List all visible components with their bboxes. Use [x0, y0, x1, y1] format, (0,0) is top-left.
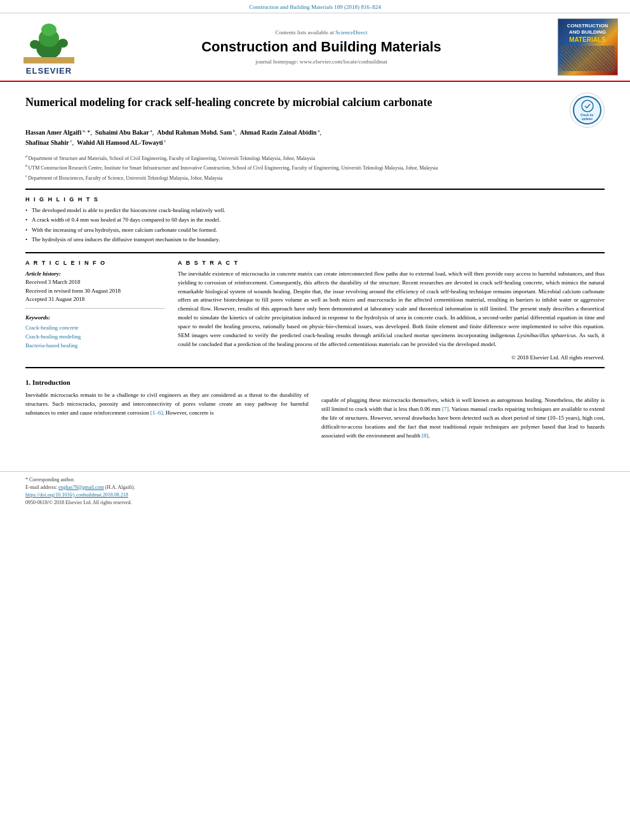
towayti-sup: c: [163, 138, 166, 143]
intro-right-text: capable of plugging these microcracks th…: [321, 396, 605, 441]
svg-point-5: [58, 39, 68, 48]
homepage-text: journal homepage: www.elsevier.com/locat…: [255, 58, 387, 65]
corresponding-note: * Corresponding author.: [25, 477, 605, 483]
shahir-sup: c: [69, 138, 72, 143]
journal-bar: Construction and Building Materials 189 …: [0, 0, 630, 13]
author-zainal: Ahmad Razin Zainal Abidin: [240, 129, 317, 136]
intro-cols: 1. Introduction Inevitable microcracks r…: [25, 378, 605, 446]
keywords-divider: [25, 308, 165, 309]
title-area: Numerical modeling for crack self-healin…: [25, 90, 605, 128]
email-note: E-mail address: enghas78@gmail.com (H.A.…: [25, 484, 605, 490]
elsevier-logo: ELSEVIER: [23, 19, 74, 76]
header-left: ELSEVIER: [8, 18, 90, 76]
keyword-3: Bacteria-based healing: [25, 341, 165, 350]
revised-date: Received in revised form 30 August 2018: [25, 287, 165, 296]
abstract-col: A B S T R A C T The inevitable existence…: [178, 260, 605, 361]
highlight-3: With the increasing of urea hydrolysis, …: [25, 226, 605, 235]
accepted-date: Accepted 31 August 2018: [25, 295, 165, 304]
journal-cover-image: Constructionand Building MATERIALS: [558, 18, 618, 76]
author-sam: Abdul Rahman Mohd. Sam: [157, 129, 232, 136]
abstract-text: The inevitable existence of microcracks …: [178, 270, 605, 349]
highlights-header: H I G H L I G H T S: [25, 196, 605, 203]
sciencedirect-line: Contents lists available at ScienceDirec…: [276, 29, 368, 36]
intro-number: 1.: [25, 378, 32, 386]
article-info-col: A R T I C L E I N F O Article history: R…: [25, 260, 165, 361]
footer: * Corresponding author. E-mail address: …: [0, 471, 630, 514]
article-history: Article history: Received 3 March 2018 R…: [25, 270, 165, 304]
page-wrapper: Construction and Building Materials 189 …: [0, 0, 630, 514]
sam-sup: b: [232, 128, 235, 133]
svg-point-3: [41, 23, 57, 36]
abstract-header: A B S T R A C T: [178, 260, 605, 266]
affiliation-b: b UTM Construction Research Centre, Inst…: [25, 163, 605, 172]
email-label: E-mail address:: [25, 484, 57, 490]
email-address[interactable]: enghas78@gmail.com: [58, 484, 104, 490]
keyword-1: Crack-healing concrete: [25, 323, 165, 332]
algaifi-sup: a,: [81, 128, 86, 133]
bacteria-name: Lysinibacillus sphaericus: [517, 332, 575, 338]
highlight-4: The hydrolysis of urea induces the diffu…: [25, 236, 605, 244]
check-updates-icon: [580, 99, 594, 113]
copyright-text: © 2018 Elsevier Ltd. All rights reserved…: [178, 354, 605, 361]
ref-8[interactable]: [8]: [422, 432, 429, 439]
affiliation-a: a Department of Structure and Materials,…: [25, 154, 605, 163]
corresponding-label: * Corresponding author.: [25, 477, 75, 483]
highlights-top-divider: [25, 189, 605, 190]
corresponding-marker: *,: [87, 129, 93, 136]
zainal-sup: a: [317, 128, 320, 133]
check-updates-badge: Check forupdates: [570, 93, 605, 128]
article-info-top-divider: [25, 252, 605, 253]
received-date: Received 3 March 2018: [25, 278, 165, 287]
doi-note: https://doi.org/10.1016/j.conbuildmat.20…: [25, 492, 605, 498]
intro-right-col: capable of plugging these microcracks th…: [321, 378, 605, 446]
intro-title: Introduction: [32, 378, 70, 386]
journal-title: Construction and Building Materials: [201, 38, 441, 57]
intro-left-col: 1. Introduction Inevitable microcracks r…: [25, 378, 309, 446]
affiliation-c: c Department of Biosciences, Faculty of …: [25, 173, 605, 182]
svg-rect-6: [23, 57, 74, 63]
article-info-header: A R T I C L E I N F O: [25, 260, 165, 266]
cover-title: Constructionand Building: [567, 23, 608, 35]
intro-left-text: Inevitable microcracks remain to be a ch…: [25, 391, 309, 418]
affiliation-a-text: Department of Structure and Materials, S…: [29, 155, 316, 161]
affiliations: a Department of Structure and Materials,…: [25, 154, 605, 182]
keywords-header: Keywords:: [25, 314, 165, 321]
article-title: Numerical modeling for crack self-healin…: [25, 95, 563, 110]
header-center: Contents lists available at ScienceDirec…: [90, 18, 553, 76]
svg-point-7: [582, 100, 593, 112]
introduction-section: 1. Introduction Inevitable microcracks r…: [25, 378, 605, 446]
issn-note: 0950-0618/© 2018 Elsevier Ltd. All right…: [25, 500, 605, 505]
affiliation-b-text: UTM Construction Research Centre, Instit…: [29, 165, 438, 171]
intro-top-divider: [25, 367, 605, 368]
email-name: (H.A. Algaifi).: [105, 484, 135, 490]
header-right: Constructionand Building MATERIALS: [553, 18, 622, 76]
journal-header: ELSEVIER Contents lists available at Sci…: [0, 13, 630, 82]
abubakar-sup: a: [149, 128, 152, 133]
author-shahir: Shafinaz Shahir: [25, 140, 69, 147]
main-content: Numerical modeling for crack self-healin…: [0, 82, 630, 458]
svg-point-4: [30, 40, 40, 49]
author-towayti: Wahid Ali Hamood AL-Towayti: [77, 140, 163, 147]
affiliation-c-text: Department of Biosciences, Faculty of Sc…: [28, 175, 222, 181]
contents-text: Contents lists available at: [276, 29, 334, 36]
history-label: Article history:: [25, 270, 165, 279]
highlight-2: A crack width of 0.4 mm was healed at 70…: [25, 216, 605, 225]
info-abstract-cols: A R T I C L E I N F O Article history: R…: [25, 260, 605, 361]
elsevier-tree-icon: [23, 19, 74, 63]
cover-materials: MATERIALS: [569, 36, 606, 43]
author-algaifi: Hassan Amer Algaifi: [25, 129, 81, 136]
doi-link[interactable]: https://doi.org/10.1016/j.conbuildmat.20…: [25, 492, 128, 498]
journal-citation: Construction and Building Materials 189 …: [249, 4, 380, 10]
highlights-section: H I G H L I G H T S The developed model …: [25, 196, 605, 244]
ref-1-6[interactable]: [1–6]: [151, 410, 163, 416]
journal-homepage: journal homepage: www.elsevier.com/locat…: [255, 58, 387, 65]
intro-header: 1. Introduction: [25, 378, 309, 386]
sciencedirect-link[interactable]: ScienceDirect: [335, 29, 367, 36]
ref-7[interactable]: [7]: [442, 406, 449, 412]
elsevier-label: ELSEVIER: [26, 66, 72, 76]
highlight-1: The developed model is able to predict t…: [25, 206, 605, 215]
keyword-2: Crack-healing modeling: [25, 332, 165, 341]
check-updates-inner: Check forupdates: [573, 96, 601, 124]
authors-line: Hassan Amer Algaifi a, *, Suhaimi Abu Ba…: [25, 128, 605, 149]
cover-image-area: [561, 46, 615, 71]
